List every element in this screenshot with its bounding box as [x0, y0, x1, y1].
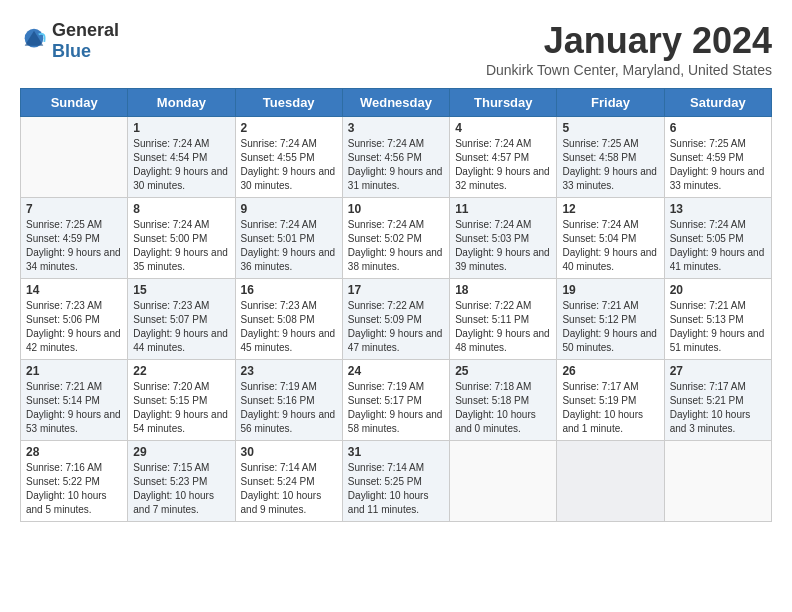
- cell-content: Sunrise: 7:15 AMSunset: 5:23 PMDaylight:…: [133, 461, 229, 517]
- cell-content: Sunrise: 7:24 AMSunset: 4:56 PMDaylight:…: [348, 137, 444, 193]
- calendar-cell: 11Sunrise: 7:24 AMSunset: 5:03 PMDayligh…: [450, 198, 557, 279]
- day-number: 7: [26, 202, 122, 216]
- day-number: 10: [348, 202, 444, 216]
- day-number: 11: [455, 202, 551, 216]
- calendar-cell: 30Sunrise: 7:14 AMSunset: 5:24 PMDayligh…: [235, 441, 342, 522]
- day-number: 19: [562, 283, 658, 297]
- calendar-cell: 19Sunrise: 7:21 AMSunset: 5:12 PMDayligh…: [557, 279, 664, 360]
- calendar-week-row: 1Sunrise: 7:24 AMSunset: 4:54 PMDaylight…: [21, 117, 772, 198]
- cell-content: Sunrise: 7:23 AMSunset: 5:07 PMDaylight:…: [133, 299, 229, 355]
- logo: General Blue: [20, 20, 119, 62]
- day-number: 31: [348, 445, 444, 459]
- location-subtitle: Dunkirk Town Center, Maryland, United St…: [486, 62, 772, 78]
- calendar-cell: 5Sunrise: 7:25 AMSunset: 4:58 PMDaylight…: [557, 117, 664, 198]
- cell-content: Sunrise: 7:22 AMSunset: 5:11 PMDaylight:…: [455, 299, 551, 355]
- calendar-cell: 18Sunrise: 7:22 AMSunset: 5:11 PMDayligh…: [450, 279, 557, 360]
- cell-content: Sunrise: 7:24 AMSunset: 4:54 PMDaylight:…: [133, 137, 229, 193]
- cell-content: Sunrise: 7:23 AMSunset: 5:08 PMDaylight:…: [241, 299, 337, 355]
- calendar-cell: 8Sunrise: 7:24 AMSunset: 5:00 PMDaylight…: [128, 198, 235, 279]
- calendar-cell: 28Sunrise: 7:16 AMSunset: 5:22 PMDayligh…: [21, 441, 128, 522]
- day-number: 5: [562, 121, 658, 135]
- month-title: January 2024: [486, 20, 772, 62]
- day-number: 25: [455, 364, 551, 378]
- calendar-cell: [450, 441, 557, 522]
- day-number: 4: [455, 121, 551, 135]
- cell-content: Sunrise: 7:21 AMSunset: 5:12 PMDaylight:…: [562, 299, 658, 355]
- page-header: General Blue January 2024 Dunkirk Town C…: [20, 20, 772, 78]
- day-number: 26: [562, 364, 658, 378]
- calendar-cell: 23Sunrise: 7:19 AMSunset: 5:16 PMDayligh…: [235, 360, 342, 441]
- logo-text: General Blue: [52, 20, 119, 62]
- day-number: 20: [670, 283, 766, 297]
- calendar-week-row: 7Sunrise: 7:25 AMSunset: 4:59 PMDaylight…: [21, 198, 772, 279]
- day-number: 22: [133, 364, 229, 378]
- day-number: 14: [26, 283, 122, 297]
- calendar-cell: 4Sunrise: 7:24 AMSunset: 4:57 PMDaylight…: [450, 117, 557, 198]
- calendar-week-row: 14Sunrise: 7:23 AMSunset: 5:06 PMDayligh…: [21, 279, 772, 360]
- header-thursday: Thursday: [450, 89, 557, 117]
- logo-blue: Blue: [52, 41, 91, 61]
- cell-content: Sunrise: 7:24 AMSunset: 4:55 PMDaylight:…: [241, 137, 337, 193]
- cell-content: Sunrise: 7:24 AMSunset: 5:00 PMDaylight:…: [133, 218, 229, 274]
- cell-content: Sunrise: 7:25 AMSunset: 4:59 PMDaylight:…: [670, 137, 766, 193]
- day-number: 24: [348, 364, 444, 378]
- cell-content: Sunrise: 7:24 AMSunset: 5:04 PMDaylight:…: [562, 218, 658, 274]
- calendar-cell: 25Sunrise: 7:18 AMSunset: 5:18 PMDayligh…: [450, 360, 557, 441]
- calendar-cell: 1Sunrise: 7:24 AMSunset: 4:54 PMDaylight…: [128, 117, 235, 198]
- calendar-cell: [21, 117, 128, 198]
- day-number: 16: [241, 283, 337, 297]
- calendar-cell: 6Sunrise: 7:25 AMSunset: 4:59 PMDaylight…: [664, 117, 771, 198]
- day-number: 13: [670, 202, 766, 216]
- calendar-cell: 12Sunrise: 7:24 AMSunset: 5:04 PMDayligh…: [557, 198, 664, 279]
- calendar-cell: 2Sunrise: 7:24 AMSunset: 4:55 PMDaylight…: [235, 117, 342, 198]
- calendar-cell: 24Sunrise: 7:19 AMSunset: 5:17 PMDayligh…: [342, 360, 449, 441]
- day-number: 2: [241, 121, 337, 135]
- cell-content: Sunrise: 7:22 AMSunset: 5:09 PMDaylight:…: [348, 299, 444, 355]
- day-number: 3: [348, 121, 444, 135]
- calendar-cell: 31Sunrise: 7:14 AMSunset: 5:25 PMDayligh…: [342, 441, 449, 522]
- cell-content: Sunrise: 7:21 AMSunset: 5:13 PMDaylight:…: [670, 299, 766, 355]
- header-monday: Monday: [128, 89, 235, 117]
- calendar-header-row: SundayMondayTuesdayWednesdayThursdayFrid…: [21, 89, 772, 117]
- header-saturday: Saturday: [664, 89, 771, 117]
- cell-content: Sunrise: 7:18 AMSunset: 5:18 PMDaylight:…: [455, 380, 551, 436]
- cell-content: Sunrise: 7:20 AMSunset: 5:15 PMDaylight:…: [133, 380, 229, 436]
- calendar-cell: 7Sunrise: 7:25 AMSunset: 4:59 PMDaylight…: [21, 198, 128, 279]
- calendar-cell: 14Sunrise: 7:23 AMSunset: 5:06 PMDayligh…: [21, 279, 128, 360]
- calendar-week-row: 21Sunrise: 7:21 AMSunset: 5:14 PMDayligh…: [21, 360, 772, 441]
- day-number: 29: [133, 445, 229, 459]
- calendar-week-row: 28Sunrise: 7:16 AMSunset: 5:22 PMDayligh…: [21, 441, 772, 522]
- calendar-cell: 17Sunrise: 7:22 AMSunset: 5:09 PMDayligh…: [342, 279, 449, 360]
- day-number: 1: [133, 121, 229, 135]
- calendar-cell: [664, 441, 771, 522]
- calendar-cell: 20Sunrise: 7:21 AMSunset: 5:13 PMDayligh…: [664, 279, 771, 360]
- day-number: 27: [670, 364, 766, 378]
- day-number: 8: [133, 202, 229, 216]
- day-number: 17: [348, 283, 444, 297]
- calendar-cell: 13Sunrise: 7:24 AMSunset: 5:05 PMDayligh…: [664, 198, 771, 279]
- calendar-cell: 9Sunrise: 7:24 AMSunset: 5:01 PMDaylight…: [235, 198, 342, 279]
- header-wednesday: Wednesday: [342, 89, 449, 117]
- cell-content: Sunrise: 7:21 AMSunset: 5:14 PMDaylight:…: [26, 380, 122, 436]
- day-number: 30: [241, 445, 337, 459]
- calendar-cell: 3Sunrise: 7:24 AMSunset: 4:56 PMDaylight…: [342, 117, 449, 198]
- day-number: 23: [241, 364, 337, 378]
- calendar-cell: 21Sunrise: 7:21 AMSunset: 5:14 PMDayligh…: [21, 360, 128, 441]
- cell-content: Sunrise: 7:25 AMSunset: 4:59 PMDaylight:…: [26, 218, 122, 274]
- day-number: 12: [562, 202, 658, 216]
- calendar-table: SundayMondayTuesdayWednesdayThursdayFrid…: [20, 88, 772, 522]
- cell-content: Sunrise: 7:23 AMSunset: 5:06 PMDaylight:…: [26, 299, 122, 355]
- cell-content: Sunrise: 7:24 AMSunset: 5:03 PMDaylight:…: [455, 218, 551, 274]
- header-tuesday: Tuesday: [235, 89, 342, 117]
- cell-content: Sunrise: 7:17 AMSunset: 5:21 PMDaylight:…: [670, 380, 766, 436]
- calendar-cell: 29Sunrise: 7:15 AMSunset: 5:23 PMDayligh…: [128, 441, 235, 522]
- calendar-cell: 16Sunrise: 7:23 AMSunset: 5:08 PMDayligh…: [235, 279, 342, 360]
- calendar-cell: 22Sunrise: 7:20 AMSunset: 5:15 PMDayligh…: [128, 360, 235, 441]
- cell-content: Sunrise: 7:14 AMSunset: 5:25 PMDaylight:…: [348, 461, 444, 517]
- day-number: 6: [670, 121, 766, 135]
- cell-content: Sunrise: 7:17 AMSunset: 5:19 PMDaylight:…: [562, 380, 658, 436]
- day-number: 18: [455, 283, 551, 297]
- title-area: January 2024 Dunkirk Town Center, Maryla…: [486, 20, 772, 78]
- header-friday: Friday: [557, 89, 664, 117]
- calendar-cell: 26Sunrise: 7:17 AMSunset: 5:19 PMDayligh…: [557, 360, 664, 441]
